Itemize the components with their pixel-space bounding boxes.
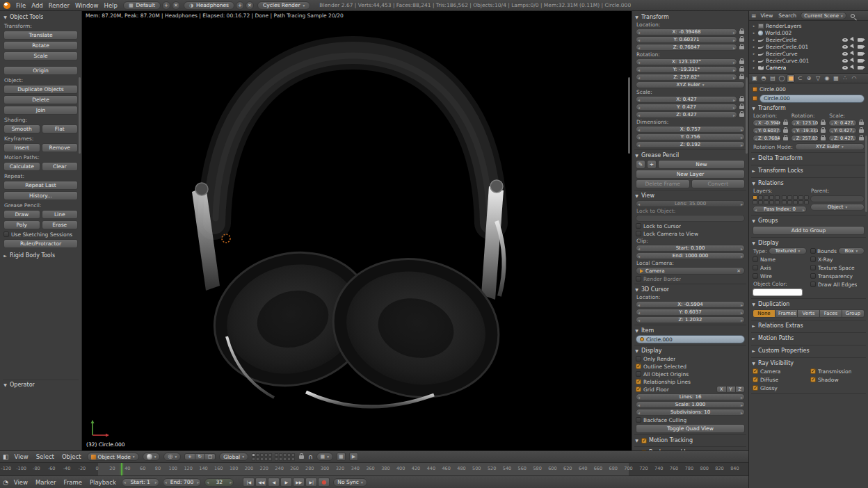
tab-physics[interactable]: ◠ (850, 74, 858, 83)
props-duplication-header[interactable]: ▼Duplication (751, 300, 866, 309)
npanel-item-header[interactable]: ▼Item (634, 326, 746, 335)
tool-join-button[interactable]: Join (3, 106, 78, 115)
axis-z-toggle[interactable]: Z (736, 386, 745, 393)
rotation-x-field[interactable]: X: 123.107° (791, 120, 819, 127)
layer-cell[interactable] (769, 195, 774, 200)
lock-icon[interactable] (783, 129, 788, 133)
z-0-76847-field[interactable]: Z: 0.76847 (636, 44, 737, 51)
layer-toggle[interactable] (275, 457, 278, 461)
bounds-checkbox[interactable] (810, 248, 816, 254)
add-scene-button[interactable]: + (236, 1, 244, 10)
new-button[interactable]: New (658, 160, 745, 169)
lock-icon[interactable] (821, 122, 826, 125)
selectability-toggle-icon[interactable] (850, 65, 855, 70)
layer-toggle[interactable] (291, 453, 295, 457)
lock-icon[interactable] (739, 76, 744, 79)
lock-icon[interactable] (739, 46, 744, 49)
tab-render[interactable]: ▣ (750, 74, 759, 83)
end-1000-000-field[interactable]: End: 1000.000 (636, 252, 745, 259)
use-sketching-sessions-checkbox[interactable] (3, 231, 9, 237)
render-toggle-icon[interactable] (858, 38, 863, 42)
tab-constraints[interactable]: ⊂ (796, 74, 804, 83)
item-name-field[interactable]: Circle.000 (636, 335, 745, 343)
tab-object[interactable]: ■ (787, 74, 795, 83)
layer-toggle[interactable] (260, 453, 264, 457)
layer-cell[interactable] (764, 195, 769, 200)
tool-rotate-button[interactable]: Rotate (3, 41, 78, 50)
z-1-2032-field[interactable]: Z: 1.2032 (636, 316, 745, 323)
visibility-toggle-icon[interactable] (842, 66, 848, 70)
tool-flat-button[interactable]: Flat (42, 124, 79, 133)
start-frame-field[interactable]: Start: 1 (122, 478, 159, 487)
layer-toggle[interactable] (252, 453, 255, 457)
tab-render-layers[interactable]: ▤ (769, 74, 777, 83)
layer-toggle[interactable] (283, 457, 287, 461)
timeline-menu-view[interactable]: View (12, 479, 30, 486)
tab-object-data[interactable]: ▽ (814, 74, 822, 83)
wire-checkbox[interactable] (753, 273, 758, 279)
npanel-3d-cursor-header[interactable]: ▼3D Cursor (634, 285, 746, 294)
screen-layout-selector[interactable]: ▦Default (123, 1, 161, 10)
object-name-field[interactable]: Circle.000 (760, 95, 865, 103)
object-color-swatch[interactable] (753, 288, 803, 296)
outliner-item-beziercircle-001[interactable]: ▸BezierCircle.001 (750, 43, 868, 50)
timeline-ruler[interactable]: -120-100-80-60-40-2002040608010012014016… (0, 462, 748, 475)
tool-shelf-scrollbar[interactable] (79, 77, 81, 154)
tool-remove-button[interactable]: Remove (42, 143, 79, 152)
props-display-header[interactable]: ▼Display (751, 238, 866, 247)
layer-toggle[interactable] (287, 453, 291, 457)
expand-icon[interactable]: ▸ (752, 44, 756, 49)
opengl-render-button[interactable]: ▦ (337, 453, 346, 461)
props-delta-transform-header[interactable]: ►Delta Transform (751, 154, 866, 163)
next-keyframe-button[interactable]: ▶▶ (293, 478, 305, 487)
layer-cell[interactable] (775, 200, 780, 204)
delete-frame-button[interactable]: Delete Frame (636, 179, 690, 188)
convert-button[interactable]: Convert (691, 179, 746, 188)
npanel-view-header[interactable]: ▼View (634, 191, 746, 200)
expand-icon[interactable]: ▸ (752, 31, 756, 35)
tool-clear-button[interactable]: Clear (42, 162, 79, 171)
npanel-grease-pencil-header[interactable]: ▼Grease Pencil (634, 151, 746, 160)
view3d-menu-select[interactable]: Select (34, 453, 56, 460)
shadow-checkbox[interactable] (810, 377, 816, 382)
npanel-motion-tracking-header[interactable]: ▼Motion Tracking (634, 436, 746, 445)
props-relations-extras-header[interactable]: ►Relations Extras (751, 321, 866, 330)
layer-cell[interactable] (798, 195, 803, 200)
y-19-331-field[interactable]: Y: -19.331° (636, 66, 737, 73)
x-0-427-field[interactable]: X: 0.427 (636, 96, 737, 103)
x-ray-checkbox[interactable] (810, 257, 816, 262)
timeline-editor-icon[interactable]: ◔ (3, 479, 8, 486)
bounds-type-select[interactable]: Box▾ (838, 247, 865, 254)
expand-icon[interactable]: ▸ (752, 58, 756, 63)
z-0-427-field[interactable]: Z: 0.427 (636, 111, 737, 118)
clear-icon[interactable]: ✕ (737, 268, 741, 274)
location-y-field[interactable]: Y: 0.60371 (753, 127, 781, 134)
glossy-checkbox[interactable] (753, 385, 758, 391)
outliner-editor-icon[interactable]: ≡ (751, 13, 757, 19)
diffuse-checkbox[interactable] (753, 377, 758, 382)
tab-modifiers[interactable]: ⊕ (805, 74, 813, 83)
n-panel-scrollbar[interactable] (746, 77, 748, 154)
lock-icon[interactable] (739, 60, 744, 64)
rotation-mode-select[interactable]: XYZ Euler▾ (636, 81, 745, 88)
play-reverse-button[interactable]: ◀ (268, 478, 280, 487)
layer-cell[interactable] (793, 200, 798, 204)
new-layer-button[interactable]: New Layer (636, 170, 745, 179)
duplication-faces-toggle[interactable]: Faces (820, 309, 842, 318)
menu-window[interactable]: Window (73, 2, 101, 9)
subdivisions-10-field[interactable]: Subdivisions: 10 (636, 409, 745, 416)
location-x-field[interactable]: X: -0.39468 (753, 120, 781, 127)
add-layout-button[interactable]: + (162, 1, 170, 10)
duplication-group-toggle[interactable]: Group (842, 309, 865, 318)
lock-to-object-field[interactable] (636, 215, 745, 222)
props-custom-properties-header[interactable]: ►Custom Properties (751, 346, 866, 355)
x-0-39468-field[interactable]: X: -0.39468 (636, 29, 737, 35)
tool-calculate-button[interactable]: Calculate (3, 162, 40, 171)
timeline-menu-frame[interactable]: Frame (61, 479, 83, 486)
selectability-toggle-icon[interactable] (850, 44, 855, 49)
timeline-menu-playback[interactable]: Playback (88, 479, 118, 486)
lock-icon[interactable] (783, 137, 788, 140)
tool-ruler-protractor-button[interactable]: Ruler/Protractor (3, 239, 78, 248)
blender-logo-icon[interactable] (3, 2, 10, 9)
close-scene-button[interactable]: ✕ (246, 1, 254, 10)
